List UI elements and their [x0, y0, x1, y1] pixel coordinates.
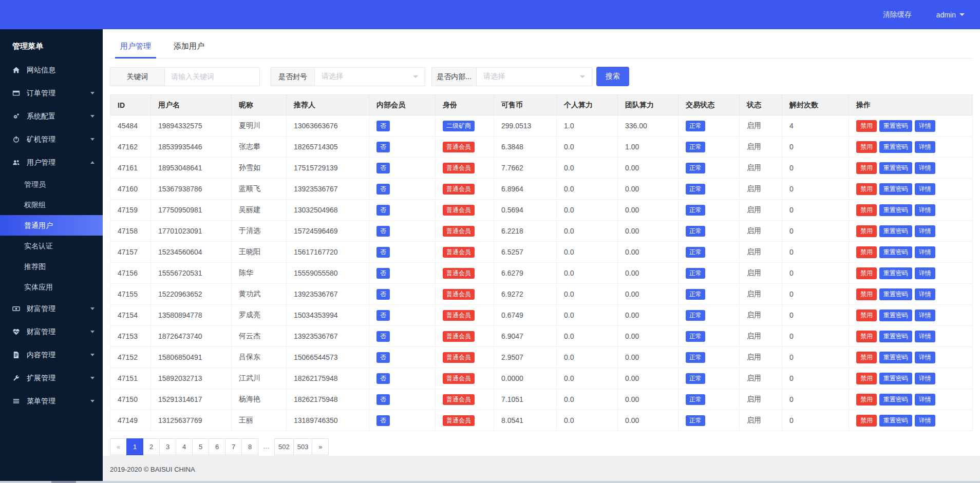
reset-password-button[interactable]: 重置密码 [879, 288, 912, 300]
page-8[interactable]: 8 [241, 438, 258, 455]
page-3[interactable]: 3 [159, 438, 176, 455]
reset-password-button[interactable]: 重置密码 [879, 394, 912, 405]
reset-password-button[interactable]: 重置密码 [879, 141, 912, 153]
cell-actions: 禁用重置密码详情 [849, 284, 973, 305]
details-button[interactable]: 详情 [915, 373, 935, 384]
tab-user-management[interactable]: 用户管理 [115, 36, 156, 58]
details-button[interactable]: 详情 [915, 267, 935, 279]
reset-password-button[interactable]: 重置密码 [879, 331, 912, 342]
internal-select[interactable]: 请选择 [477, 67, 592, 86]
details-button[interactable]: 详情 [915, 120, 935, 132]
details-button[interactable]: 详情 [915, 352, 935, 363]
page-1[interactable]: 1 [126, 438, 143, 455]
sidebar-item-heartbeat[interactable]: 财富管理 [0, 320, 103, 343]
sidebar-subitem[interactable]: 权限组 [0, 195, 103, 215]
disable-button[interactable]: 禁用 [856, 162, 877, 174]
disable-button[interactable]: 禁用 [856, 267, 877, 279]
table-row: 4548419894332575夏明川13063663676否二级矿商299.0… [110, 115, 973, 137]
disable-button[interactable]: 禁用 [856, 204, 877, 216]
details-button[interactable]: 详情 [915, 162, 935, 174]
details-button[interactable]: 详情 [915, 204, 935, 216]
column-header-internal: 内部会员 [369, 95, 436, 115]
cell-actions: 禁用重置密码详情 [849, 326, 973, 347]
sidebar-item-home[interactable]: 网站信息 [0, 59, 103, 82]
cell-id: 47149 [110, 410, 151, 431]
cell-team_power: 0.00 [618, 326, 679, 347]
details-button[interactable]: 详情 [915, 331, 935, 342]
page-4[interactable]: 4 [176, 438, 193, 455]
reset-password-button[interactable]: 重置密码 [879, 352, 912, 363]
column-header-personal_power: 个人算力 [557, 95, 618, 115]
details-button[interactable]: 详情 [915, 225, 935, 237]
disable-button[interactable]: 禁用 [856, 183, 877, 195]
disable-button[interactable]: 禁用 [856, 373, 877, 384]
reset-password-button[interactable]: 重置密码 [879, 246, 912, 258]
page-prev[interactable]: « [110, 438, 127, 455]
tab-add-user[interactable]: 添加用户 [168, 36, 210, 58]
disable-button[interactable]: 禁用 [856, 288, 877, 300]
sidebar-subitem[interactable]: 普通用户 [0, 215, 103, 236]
keyword-input[interactable] [165, 67, 260, 86]
sidebar-subitem[interactable]: 管理员 [0, 174, 103, 195]
details-button[interactable]: 详情 [915, 183, 935, 195]
cell-personal_power: 0.0 [557, 368, 618, 389]
sidebar-subitem[interactable]: 推荐图 [0, 256, 103, 277]
disable-button[interactable]: 禁用 [856, 225, 877, 237]
disable-button[interactable]: 禁用 [856, 394, 877, 405]
column-header-username: 用户名 [151, 95, 232, 115]
chevron-down-icon [90, 115, 95, 118]
cell-personal_power: 0.0 [557, 158, 618, 179]
horizontal-scrollbar[interactable] [0, 481, 980, 483]
page-7[interactable]: 7 [225, 438, 242, 455]
disable-button[interactable]: 禁用 [856, 352, 877, 363]
sidebar-item-order[interactable]: 订单管理 [0, 82, 103, 105]
cell-status: 启用 [740, 179, 782, 200]
sidebar-item-users[interactable]: 用户管理 [0, 151, 103, 174]
details-button[interactable]: 详情 [915, 415, 935, 427]
details-button[interactable]: 详情 [915, 310, 935, 321]
page-6[interactable]: 6 [209, 438, 225, 455]
user-menu[interactable]: admin [936, 11, 965, 19]
reset-password-button[interactable]: 重置密码 [879, 162, 912, 174]
page-503[interactable]: 503 [293, 438, 313, 455]
scrollbar-thumb[interactable] [51, 481, 76, 483]
details-button[interactable]: 详情 [915, 288, 935, 300]
details-button[interactable]: 详情 [915, 246, 935, 258]
cell-nickname: 蓝顺飞 [232, 179, 287, 200]
disable-button[interactable]: 禁用 [856, 331, 877, 342]
sidebar-item-wrench[interactable]: 扩展管理 [0, 366, 103, 390]
disable-button[interactable]: 禁用 [856, 141, 877, 153]
page-next[interactable]: » [312, 438, 329, 455]
cell-unseal_count: 0 [782, 389, 849, 410]
search-button[interactable]: 搜索 [596, 67, 629, 86]
reset-password-button[interactable]: 重置密码 [879, 120, 912, 132]
sidebar-subitem[interactable]: 实名认证 [0, 236, 103, 256]
sidebar-subitem[interactable]: 实体应用 [0, 277, 103, 297]
sidebar-item-document[interactable]: 内容管理 [0, 343, 103, 366]
page-2[interactable]: 2 [143, 438, 160, 455]
reset-password-button[interactable]: 重置密码 [879, 415, 912, 427]
column-header-identity: 身份 [436, 95, 494, 115]
details-button[interactable]: 详情 [915, 141, 935, 153]
reset-password-button[interactable]: 重置密码 [879, 373, 912, 384]
details-button[interactable]: 详情 [915, 394, 935, 405]
clear-cache-link[interactable]: 清除缓存 [883, 10, 912, 20]
reset-password-button[interactable]: 重置密码 [879, 183, 912, 195]
cell-coins: 6.6279 [494, 263, 557, 284]
reset-password-button[interactable]: 重置密码 [879, 310, 912, 321]
sidebar-item-menu[interactable]: 菜单管理 [0, 390, 103, 413]
reset-password-button[interactable]: 重置密码 [879, 267, 912, 279]
disable-button[interactable]: 禁用 [856, 246, 877, 258]
page-502[interactable]: 502 [274, 438, 294, 455]
sidebar-item-money[interactable]: 财富管理 [0, 297, 103, 320]
disable-button[interactable]: 禁用 [856, 120, 877, 132]
page-5[interactable]: 5 [192, 438, 209, 455]
banned-select[interactable]: 请选择 [315, 67, 425, 86]
table-row: 4714913125637769王丽13189746350否普通会员8.0541… [110, 410, 973, 431]
sidebar-item-power[interactable]: 矿机管理 [0, 128, 103, 151]
disable-button[interactable]: 禁用 [856, 415, 877, 427]
reset-password-button[interactable]: 重置密码 [879, 225, 912, 237]
disable-button[interactable]: 禁用 [856, 310, 877, 321]
sidebar-item-gears[interactable]: 系统配置 [0, 105, 103, 128]
reset-password-button[interactable]: 重置密码 [879, 204, 912, 216]
